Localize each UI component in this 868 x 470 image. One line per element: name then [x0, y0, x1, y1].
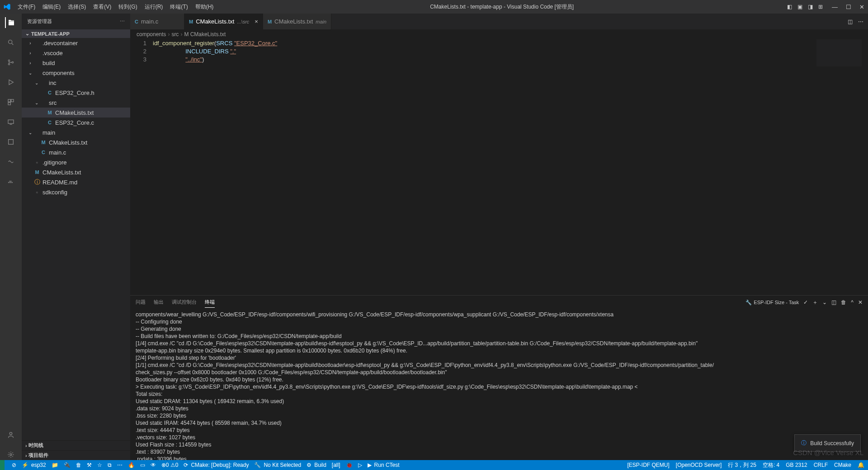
code-editor[interactable]: 123 idf_component_register(SRCS "ESP32_C…: [130, 39, 868, 295]
status-item[interactable]: 🔧No Kit Selected: [254, 462, 301, 468]
extensions-icon[interactable]: [5, 97, 16, 108]
docker-icon[interactable]: [5, 176, 16, 187]
status-item[interactable]: CRLF: [814, 461, 828, 469]
toggle-secondary-side-icon[interactable]: ◨: [808, 4, 813, 10]
terminal-output[interactable]: components/wear_levelling G:/VS_Code/ESP…: [130, 309, 868, 460]
status-item[interactable]: ▶Run CTest: [368, 462, 400, 468]
status-item[interactable]: ⧉: [108, 462, 112, 468]
code-lines[interactable]: idf_component_register(SRCS "ESP32_Core.…: [153, 39, 868, 295]
tree-item[interactable]: ◦.gitignore: [22, 157, 130, 167]
close-panel-icon[interactable]: ✕: [858, 299, 863, 306]
panel-tab[interactable]: 终端: [205, 297, 215, 308]
status-item[interactable]: [OpenOCD Server]: [676, 461, 722, 469]
panel-tab[interactable]: 输出: [154, 297, 164, 308]
tree-item[interactable]: MCMakeLists.txt: [22, 137, 130, 147]
sidebar-more-icon[interactable]: ⋯: [120, 19, 125, 24]
tree-item[interactable]: CESP32_Core.c: [22, 118, 130, 127]
tree-item[interactable]: ›.vscode: [22, 48, 130, 58]
more-actions-icon[interactable]: ⋯: [858, 19, 863, 25]
tree-item[interactable]: ⌄components: [22, 68, 130, 78]
tree-item[interactable]: ⌄inc: [22, 78, 130, 88]
status-item[interactable]: 📁: [52, 462, 58, 468]
status-item[interactable]: 🗑: [76, 462, 81, 468]
panel-task-indicator[interactable]: 🔧 ESP-IDF Size - Task: [745, 300, 799, 306]
new-terminal-icon[interactable]: ＋: [812, 299, 818, 306]
status-item[interactable]: ⚙Build: [307, 462, 326, 468]
status-item[interactable]: CMake: [834, 461, 851, 469]
source-control-icon[interactable]: [5, 57, 16, 68]
breadcrumb[interactable]: components›src›M CMakeLists.txt: [130, 29, 868, 39]
kill-terminal-icon[interactable]: 🗑: [841, 299, 846, 306]
rainmaker-icon[interactable]: [5, 156, 16, 167]
tree-item[interactable]: Cmain.c: [22, 147, 130, 157]
menu-item[interactable]: 帮助(H): [192, 1, 217, 13]
status-item[interactable]: ⚒: [87, 462, 92, 468]
menu-item[interactable]: 文件(F): [14, 1, 38, 13]
checkmark-icon[interactable]: ✓: [803, 299, 808, 306]
search-icon[interactable]: [5, 37, 16, 48]
maximize-button[interactable]: ☐: [846, 4, 851, 10]
section-outline[interactable]: › 时间线: [22, 440, 130, 450]
settings-gear-icon[interactable]: [5, 449, 16, 460]
tree-item[interactable]: MCMakeLists.txt: [22, 167, 130, 177]
minimize-button[interactable]: —: [832, 4, 838, 10]
breadcrumb-item[interactable]: src: [171, 31, 179, 38]
remote-indicator[interactable]: [0, 460, 5, 470]
explorer-icon[interactable]: [5, 17, 16, 28]
menu-item[interactable]: 运行(R): [142, 1, 166, 13]
status-item[interactable]: 🔔: [858, 461, 864, 469]
status-item[interactable]: 🔌: [64, 462, 71, 468]
status-item[interactable]: ▷: [358, 462, 362, 468]
close-tab-icon[interactable]: ×: [255, 18, 258, 25]
status-item[interactable]: ☆: [97, 462, 102, 468]
breadcrumb-item[interactable]: M CMakeLists.txt: [184, 31, 226, 38]
tree-item[interactable]: ⌄main: [22, 127, 130, 137]
notification-toast[interactable]: ⓘ Build Successfully: [794, 434, 861, 452]
menu-item[interactable]: 选择(S): [65, 1, 89, 13]
remote-icon[interactable]: [5, 117, 16, 127]
status-item[interactable]: 行 3，列 25: [728, 461, 756, 469]
tree-item[interactable]: ›build: [22, 58, 130, 68]
status-item[interactable]: [all]: [332, 462, 340, 468]
status-item[interactable]: ▭: [140, 462, 145, 468]
status-item[interactable]: ⚡esp32: [22, 462, 46, 468]
menu-item[interactable]: 终端(T): [167, 1, 191, 13]
tree-item[interactable]: MCMakeLists.txt: [22, 108, 130, 118]
close-button[interactable]: ✕: [859, 4, 864, 10]
toggle-panel-icon[interactable]: ▣: [797, 4, 802, 10]
panel-tab[interactable]: 问题: [136, 297, 146, 308]
panel-tab[interactable]: 调试控制台: [172, 297, 197, 308]
maximize-panel-icon[interactable]: ^: [851, 299, 854, 306]
tree-item[interactable]: ⌄src: [22, 98, 130, 108]
tree-item[interactable]: ◦sdkconfig: [22, 187, 130, 197]
run-debug-icon[interactable]: [5, 77, 16, 88]
tree-item[interactable]: CESP32_Core.h: [22, 88, 130, 98]
menu-item[interactable]: 转到(G): [115, 1, 140, 13]
status-item[interactable]: ⟳CMake: [Debug]: Ready: [184, 462, 249, 468]
minimap[interactable]: [816, 39, 862, 66]
split-editor-icon[interactable]: ◫: [848, 19, 853, 25]
menu-item[interactable]: 查看(V): [90, 1, 114, 13]
toggle-primary-side-icon[interactable]: ◧: [787, 4, 792, 10]
status-item[interactable]: ⊘: [12, 462, 16, 468]
split-terminal-icon[interactable]: ◫: [831, 299, 836, 306]
menu-item[interactable]: 编辑(E): [39, 1, 64, 13]
status-item[interactable]: ⊗0 ⚠0: [161, 462, 179, 468]
status-item[interactable]: 🐞: [346, 462, 353, 468]
espressif-icon[interactable]: [5, 136, 16, 147]
editor-tab[interactable]: Cmain.c: [130, 14, 184, 29]
project-folder-header[interactable]: ⌄ TEMPLATE-APP: [22, 29, 130, 38]
customize-layout-icon[interactable]: ⊞: [818, 4, 823, 10]
status-item[interactable]: 🔥: [128, 462, 135, 468]
tree-item[interactable]: ›.devcontainer: [22, 38, 130, 48]
breadcrumb-item[interactable]: components: [137, 31, 166, 38]
status-item[interactable]: [ESP-IDF QEMU]: [627, 461, 670, 469]
section-npm[interactable]: › 项目组件: [22, 450, 130, 460]
status-item[interactable]: 空格: 4: [763, 461, 779, 469]
tree-item[interactable]: ⓘREADME.md: [22, 177, 130, 187]
status-item[interactable]: ⋯: [117, 462, 123, 468]
chevron-down-icon[interactable]: ⌄: [822, 299, 827, 306]
status-item[interactable]: GB 2312: [786, 461, 807, 469]
editor-tab[interactable]: MCMakeLists.txt...\src×: [184, 14, 263, 29]
editor-tab[interactable]: MCMakeLists.txtmain: [263, 14, 331, 29]
